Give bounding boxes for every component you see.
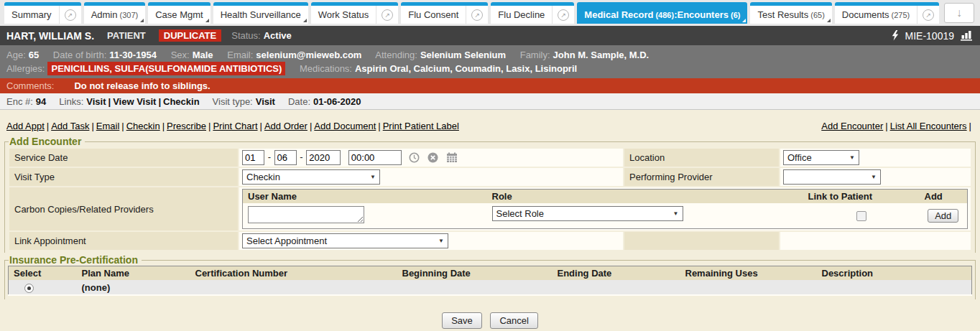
comments-text: Do not release info to siblings.	[74, 80, 210, 91]
tab-menu-corner	[827, 19, 831, 22]
comments-bar: Comments: Do not release info to sibling…	[0, 78, 980, 93]
performing-provider-label: Performing Provider	[624, 168, 779, 186]
link-add-document[interactable]: Add Document	[314, 121, 382, 131]
tab-health-surveillance[interactable]: Health Surveillance	[213, 2, 308, 24]
link-visit[interactable]: Visit	[86, 96, 113, 107]
tab-documents[interactable]: Documents(275) ↗	[835, 2, 939, 24]
patient-name: HART, WILLIAM S.	[6, 30, 94, 42]
add-encounter-form: Service Date - - Location	[8, 147, 972, 251]
tab-label: Health Surveillance	[213, 6, 308, 24]
collapse-tabs-button[interactable]: ↓	[944, 3, 974, 23]
tab-test-results[interactable]: Test Results(65)	[750, 2, 831, 24]
attending-value: Selenium Selenium	[420, 50, 506, 60]
precert-none-radio[interactable]	[24, 284, 34, 293]
service-date-year-input[interactable]	[306, 150, 341, 165]
tab-flu-consent[interactable]: Flu Consent ↗	[401, 2, 488, 24]
bar-chart-icon[interactable]	[961, 30, 974, 41]
clear-date-icon[interactable]	[427, 152, 438, 163]
medications-value: Aspirin Oral, Calcium, Coumadin, Lasix, …	[355, 63, 577, 74]
demographics-line-1: Age:65 Date of birth:11-30-1954 Sex:Male…	[6, 48, 974, 62]
sex-label: Sex:	[171, 50, 190, 60]
patient-header-bar: HART, WILLIAM S. PATIENT DUPLICATE Statu…	[0, 26, 980, 45]
age-value: 65	[29, 50, 39, 60]
email-value: selenium@mieweb.com	[256, 50, 361, 60]
date-value: 01-06-2020	[313, 96, 361, 107]
save-button[interactable]: Save	[442, 312, 482, 329]
role-select[interactable]: Select Role▼	[492, 206, 683, 221]
open-in-new-icon[interactable]: ↗	[466, 6, 488, 24]
link-appointment-select[interactable]: Select Appointment▼	[242, 233, 448, 248]
tab-label: Medical Record(486):Encounters(6)	[577, 6, 747, 24]
link-add-appt[interactable]: Add Appt	[6, 121, 51, 131]
encounter-bar: Enc #: 94 Links: VisitView VisitCheckin …	[0, 93, 980, 110]
chevron-down-icon: ▼	[849, 154, 855, 161]
open-in-new-icon[interactable]: ↗	[552, 6, 574, 24]
comments-label: Comments:	[6, 80, 54, 91]
tab-label: Flu Consent	[401, 6, 466, 24]
tab-summary[interactable]: Summary ↗	[4, 2, 81, 24]
link-list-all-encounters[interactable]: List All Encounters	[890, 121, 974, 131]
add-encounter-section: Add Encounter Service Date - -	[4, 136, 976, 253]
location-select[interactable]: Office▼	[783, 150, 859, 165]
ins-header-remaining-uses: Remaining Uses	[680, 266, 817, 281]
calendar-icon[interactable]	[446, 152, 458, 163]
chevron-down-icon: ▼	[370, 174, 376, 180]
open-in-new-icon[interactable]: ↗	[376, 6, 398, 24]
tab-admin[interactable]: Admin(307)	[84, 2, 146, 24]
insurance-precert-section: Insurance Pre-Certification Select Plan …	[4, 254, 976, 299]
insurance-precert-title: Insurance Pre-Certification	[9, 254, 142, 266]
carbon-copies-label: Carbon Copies/Related Providers	[9, 187, 238, 230]
service-time-input[interactable]	[348, 150, 402, 165]
visit-type-field-label: Visit Type	[9, 168, 238, 186]
down-arrow-icon: ↓	[956, 6, 962, 19]
action-links-left: Add ApptAdd TaskEmailCheckinPrescribePri…	[6, 121, 459, 131]
demographics-bar: Age:65 Date of birth:11-30-1954 Sex:Male…	[0, 45, 980, 78]
medications-label: Medications:	[300, 63, 352, 74]
duplicate-badge[interactable]: DUPLICATE	[159, 29, 221, 42]
user-name-input[interactable]	[248, 206, 364, 223]
link-print-patient-label[interactable]: Print Patient Label	[383, 121, 459, 131]
tab-label: Summary	[4, 6, 59, 24]
service-date-month-input[interactable]	[242, 150, 264, 165]
tab-work-status[interactable]: Work Status ↗	[311, 2, 399, 24]
tab-medical-record-encounters[interactable]: Medical Record(486):Encounters(6)	[577, 2, 747, 24]
link-add-order[interactable]: Add Order	[264, 121, 314, 131]
visit-type-value: Visit	[256, 96, 275, 107]
flash-icon[interactable]	[892, 30, 899, 41]
link-add-encounter[interactable]: Add Encounter	[821, 121, 889, 131]
link-print-chart[interactable]: Print Chart	[213, 121, 264, 131]
link-view-visit[interactable]: View Visit	[113, 96, 163, 107]
record-type-label: PATIENT	[107, 30, 146, 41]
clock-icon[interactable]	[409, 152, 420, 163]
visit-type-select[interactable]: Checkin▼	[242, 169, 380, 185]
open-in-new-icon[interactable]: ↗	[59, 6, 81, 24]
link-to-patient-checkbox[interactable]	[856, 211, 866, 221]
link-prescribe[interactable]: Prescribe	[167, 121, 213, 131]
insurance-row-none: (none)	[9, 280, 972, 295]
carbon-copies-table: User Name Role Link to Patient Add Selec…	[242, 189, 968, 229]
link-checkin[interactable]: Checkin	[163, 96, 200, 107]
link-email[interactable]: Email	[96, 121, 126, 131]
performing-provider-select[interactable]: ▼	[783, 169, 881, 185]
tab-label: Work Status	[311, 6, 376, 24]
links-label: Links:	[59, 96, 83, 107]
tab-flu-decline[interactable]: Flu Decline ↗	[491, 2, 574, 24]
service-date-day-input[interactable]	[274, 150, 297, 165]
tab-label: Admin(307)	[84, 6, 146, 24]
action-links-row: Add ApptAdd TaskEmailCheckinPrescribePri…	[0, 110, 980, 136]
link-checkin-action[interactable]: Checkin	[126, 121, 167, 131]
tab-label: Test Results(65)	[750, 6, 831, 24]
enc-links: VisitView VisitCheckin	[86, 96, 199, 107]
tab-case-mgmt[interactable]: Case Mgmt	[148, 2, 210, 24]
location-label: Location	[624, 149, 779, 167]
open-in-new-icon[interactable]: ↗	[917, 6, 939, 24]
ins-header-description: Description	[817, 266, 972, 281]
sex-value: Male	[193, 50, 213, 60]
link-add-task[interactable]: Add Task	[51, 121, 96, 131]
allergies-badge[interactable]: PENICILLINS, SULFA(SULFONAMIDE ANTIBIOTI…	[47, 62, 285, 75]
add-provider-button[interactable]: Add	[928, 209, 958, 223]
cancel-button[interactable]: Cancel	[490, 312, 537, 329]
visit-type-label: Visit type:	[213, 96, 253, 107]
cc-header-role: Role	[487, 190, 803, 204]
date-label: Date:	[288, 96, 310, 107]
